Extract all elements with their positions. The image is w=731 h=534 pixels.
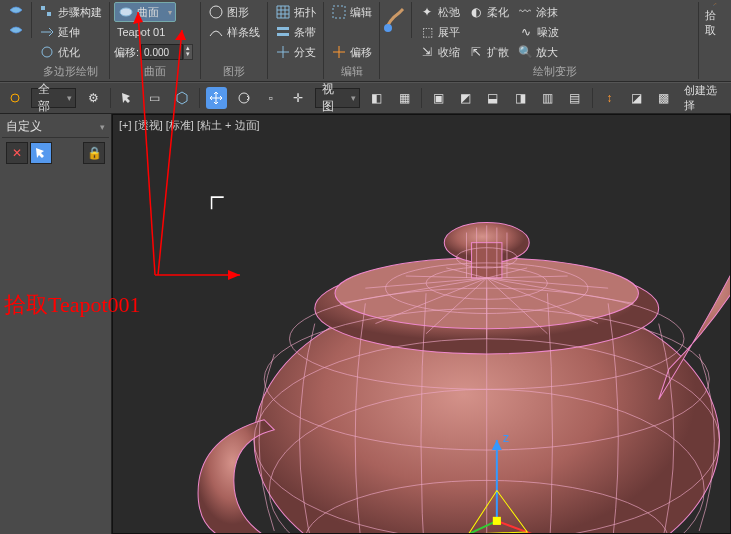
svg-point-8 bbox=[384, 24, 392, 32]
extend-label: 延伸 bbox=[58, 25, 80, 40]
ribbon: 步骤构建 延伸 优化 多边形绘制 曲面▾ Teapot 01 偏移: ▴▾ 曲面… bbox=[0, 0, 731, 82]
offset-spinner[interactable]: ▴▾ bbox=[141, 44, 193, 60]
svg-rect-7 bbox=[333, 6, 345, 18]
cursor-tool-icon[interactable] bbox=[30, 142, 52, 164]
filter-combo[interactable]: 全部 bbox=[31, 88, 76, 108]
group-title: 多边形绘制 bbox=[36, 64, 105, 79]
poly-draw-big-icon[interactable] bbox=[0, 2, 32, 38]
strips-icon bbox=[275, 24, 291, 40]
optimize-label: 优化 bbox=[58, 45, 80, 60]
svg-point-2 bbox=[42, 47, 52, 57]
tool-icon[interactable]: ▥ bbox=[537, 87, 558, 109]
view-combo[interactable]: 视图 bbox=[315, 88, 360, 108]
object-picker[interactable]: Teapot 01 bbox=[114, 25, 196, 39]
zoom-icon: 🔍 bbox=[517, 44, 533, 60]
group-title: 图形 bbox=[205, 64, 263, 79]
tool-icon[interactable]: ◨ bbox=[510, 87, 531, 109]
step-build-label: 步骤构建 bbox=[58, 5, 102, 20]
group-deform: ✦松弛 ◐柔化 〰涂抹 ⬚展平 ∿噪波 ⇲收缩 ⇱扩散 🔍放大 绘制变形 bbox=[412, 2, 699, 79]
lock-icon[interactable]: 🔒 bbox=[83, 142, 105, 164]
topology-button[interactable]: 拓扑 bbox=[272, 3, 319, 21]
tool-icon[interactable]: ◩ bbox=[455, 87, 476, 109]
tool-icon[interactable]: ▦ bbox=[393, 87, 414, 109]
pick-big-button[interactable]: 拾取 bbox=[699, 2, 731, 38]
main-toolbar: 全部 ⚙ ▭ ▫ ✛ 视图 ◧ ▦ ▣ ◩ ⬓ ◨ ▥ ▤ ↕ ◪ ▩ 创建选择 bbox=[0, 82, 731, 114]
soften-icon: ◐ bbox=[468, 4, 484, 20]
extend-button[interactable]: 延伸 bbox=[36, 23, 83, 41]
side-title-text: 自定义 bbox=[6, 118, 42, 135]
axis-icon[interactable]: ↕ bbox=[599, 87, 620, 109]
smear-button[interactable]: 〰涂抹 bbox=[514, 3, 561, 21]
offset-label: 偏移: bbox=[114, 45, 139, 60]
shrink-button[interactable]: ⇲收缩 bbox=[416, 43, 463, 61]
noise-icon: ∿ bbox=[518, 24, 534, 40]
viewport[interactable]: [+] [透视] [标准] [粘土 + 边面] bbox=[112, 114, 731, 534]
group-surface: 曲面▾ Teapot 01 偏移: ▴▾ 曲面 bbox=[110, 2, 201, 79]
surface-label: 曲面 bbox=[137, 5, 159, 20]
strips-button[interactable]: 条带 bbox=[272, 23, 319, 41]
expand-icon: ⬚ bbox=[419, 24, 435, 40]
edit-button[interactable]: 编辑 bbox=[328, 3, 375, 21]
move-tool-icon[interactable] bbox=[206, 87, 227, 109]
group-shapes: 图形 样条线 图形 bbox=[201, 2, 268, 79]
tool-icon[interactable]: ▩ bbox=[653, 87, 674, 109]
move-button[interactable]: 偏移 bbox=[328, 43, 375, 61]
separator bbox=[421, 88, 422, 108]
tool-icon[interactable]: ⬓ bbox=[482, 87, 503, 109]
close-icon[interactable]: ✕ bbox=[6, 142, 28, 164]
snap-icon[interactable]: ✛ bbox=[288, 87, 309, 109]
tool-icon[interactable]: ▣ bbox=[428, 87, 449, 109]
enlarge-icon: ⇱ bbox=[468, 44, 484, 60]
pick-label: 拾取 bbox=[705, 8, 725, 38]
extend-icon bbox=[39, 24, 55, 40]
object-name: Teapot 01 bbox=[117, 26, 165, 38]
link-icon[interactable] bbox=[4, 87, 25, 109]
expand-button[interactable]: ⬚展平 bbox=[416, 23, 463, 41]
separator bbox=[592, 88, 593, 108]
move-icon bbox=[331, 44, 347, 60]
relax-button[interactable]: ✦松弛 bbox=[416, 3, 463, 21]
cursor-icon[interactable] bbox=[117, 87, 138, 109]
divide-button[interactable]: 分支 bbox=[272, 43, 319, 61]
zoom-button[interactable]: 🔍放大 bbox=[514, 43, 561, 61]
surface-button[interactable]: 曲面▾ bbox=[114, 2, 176, 22]
svg-rect-5 bbox=[277, 27, 289, 30]
tool-icon[interactable]: ◪ bbox=[626, 87, 647, 109]
svg-point-9 bbox=[239, 93, 249, 103]
create-select-label[interactable]: 创建选择 bbox=[684, 83, 726, 113]
side-panel-header: 自定义 ▾ bbox=[2, 116, 109, 138]
soften-button[interactable]: ◐柔化 bbox=[465, 3, 512, 21]
separator bbox=[199, 88, 200, 108]
group-topology: 拓扑 条带 分支 bbox=[268, 2, 324, 79]
tool-icon[interactable]: ⚙ bbox=[82, 87, 103, 109]
brush-big-icon[interactable] bbox=[380, 2, 412, 38]
group-poly-draw: 步骤构建 延伸 优化 多边形绘制 bbox=[32, 2, 110, 79]
rotate-tool-icon[interactable] bbox=[233, 87, 254, 109]
chevron-down-icon[interactable]: ▾ bbox=[100, 122, 105, 132]
spinner-arrows[interactable]: ▴▾ bbox=[183, 44, 193, 60]
divide-icon bbox=[275, 44, 291, 60]
optimize-button[interactable]: 优化 bbox=[36, 43, 83, 61]
offset-input[interactable] bbox=[141, 44, 183, 60]
svg-point-4 bbox=[210, 6, 222, 18]
tool-icon[interactable]: ◧ bbox=[366, 87, 387, 109]
step-build-button[interactable]: 步骤构建 bbox=[36, 3, 105, 21]
enlarge-button[interactable]: ⇱扩散 bbox=[465, 43, 512, 61]
svg-rect-47 bbox=[493, 517, 501, 525]
select-rect-icon[interactable]: ▭ bbox=[144, 87, 165, 109]
shapes-button[interactable]: 图形 bbox=[205, 3, 252, 21]
cube-icon[interactable] bbox=[171, 87, 192, 109]
teapot-mesh[interactable]: z x y bbox=[163, 145, 731, 534]
annotation-text: 拾取Teapot001 bbox=[4, 290, 141, 320]
splines-button[interactable]: 样条线 bbox=[205, 23, 263, 41]
viewport-label[interactable]: [+] [透视] [标准] [粘土 + 边面] bbox=[119, 118, 260, 133]
svg-rect-1 bbox=[47, 12, 51, 16]
svg-rect-6 bbox=[277, 33, 289, 36]
smear-icon: 〰 bbox=[517, 4, 533, 20]
svg-rect-0 bbox=[41, 6, 45, 10]
tool-icon[interactable]: ▤ bbox=[564, 87, 585, 109]
gizmo-z: z bbox=[503, 431, 509, 445]
step-build-icon bbox=[39, 4, 55, 20]
scale-tool-icon[interactable]: ▫ bbox=[260, 87, 281, 109]
noise-button[interactable]: ∿噪波 bbox=[515, 23, 562, 41]
